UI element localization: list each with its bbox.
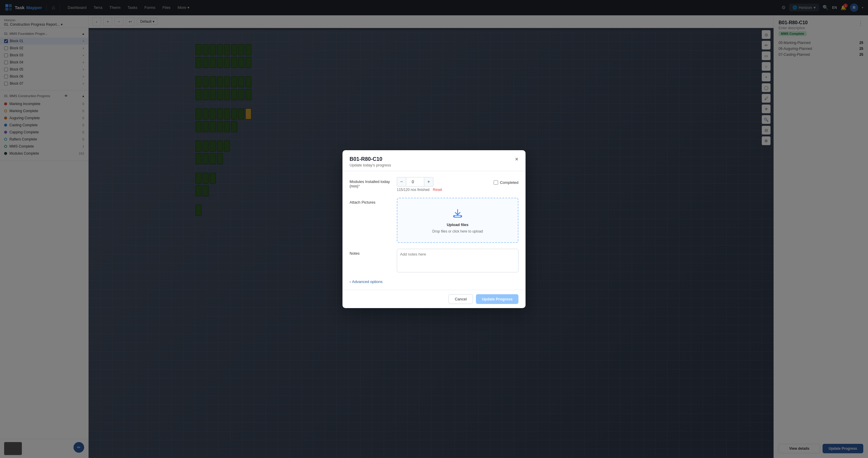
modal-title: B01-R80-C10 <box>349 156 391 162</box>
modules-field: Modules Installed today (nos)* − + Compl… <box>349 177 519 192</box>
required-mark: * <box>359 184 360 188</box>
completed-checkbox-group: Completed <box>494 178 519 185</box>
notes-field-content <box>397 249 519 273</box>
completed-checkbox[interactable] <box>494 180 498 185</box>
modal-footer: Cancel Update Progress <box>342 290 526 308</box>
upload-icon <box>452 207 464 220</box>
completed-checkbox-label: Completed <box>500 180 519 185</box>
progress-hint: 115/120 nos finished Reset <box>397 188 519 192</box>
modal-body: Modules Installed today (nos)* − + Compl… <box>342 171 526 290</box>
modules-field-content: − + Completed 115/120 nos finished Reset <box>397 177 519 192</box>
upload-zone[interactable]: Upload files Drop files or click here to… <box>397 198 519 243</box>
reset-link[interactable]: Reset <box>433 188 442 192</box>
modal-header: B01-R80-C10 Update today's progress × <box>342 150 526 171</box>
increment-button[interactable]: + <box>424 177 433 187</box>
modules-quantity-input[interactable] <box>406 177 424 187</box>
cancel-button[interactable]: Cancel <box>448 294 473 304</box>
update-progress-button[interactable]: Update Progress <box>476 294 519 304</box>
decrement-button[interactable]: − <box>397 177 406 187</box>
attach-pictures-field: Attach Pictures Upload files Drop files … <box>349 198 519 243</box>
attach-pictures-content: Upload files Drop files or click here to… <box>397 198 519 243</box>
number-input-group: − + <box>397 177 433 187</box>
notes-field: Notes <box>349 249 519 273</box>
attach-pictures-label: Attach Pictures <box>349 198 391 204</box>
upload-hint: Drop files or click here to upload <box>432 229 483 233</box>
modal-header-info: B01-R80-C10 Update today's progress <box>349 156 391 167</box>
modal-subtitle: Update today's progress <box>349 163 391 167</box>
modal-overlay: B01-R80-C10 Update today's progress × Mo… <box>0 0 868 458</box>
modules-field-label: Modules Installed today (nos)* <box>349 177 391 188</box>
modal-close-button[interactable]: × <box>515 156 519 162</box>
upload-title: Upload files <box>447 223 469 227</box>
svg-rect-65 <box>454 216 462 217</box>
notes-field-label: Notes <box>349 249 391 256</box>
modules-row: − + Completed <box>397 177 519 187</box>
advanced-options-label: Advanced options <box>352 280 382 284</box>
advanced-chevron-icon: › <box>349 280 351 284</box>
advanced-options-toggle[interactable]: › Advanced options <box>349 280 519 284</box>
progress-modal: B01-R80-C10 Update today's progress × Mo… <box>342 150 526 308</box>
notes-textarea[interactable] <box>397 249 519 272</box>
